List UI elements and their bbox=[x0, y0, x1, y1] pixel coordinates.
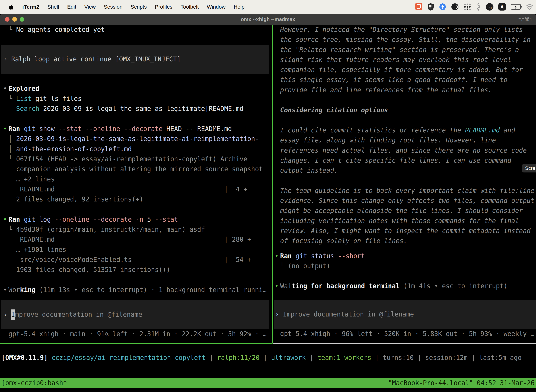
text-segment: │ bbox=[9, 135, 16, 143]
model-status-line: gpt-5.4 xhigh · main · 91% left · 2.31M … bbox=[0, 329, 273, 339]
reasoning-text: changes, I can't cite specific file line… bbox=[274, 155, 536, 165]
text-segment: log bbox=[39, 216, 55, 223]
text-segment: 1903 files changed, 513517 insertions(+) bbox=[9, 266, 170, 273]
inject-banner-box[interactable]: › Ralph loop active continue [OMX_TMUX_I… bbox=[1, 45, 269, 74]
terminal-area: └ No agents completed yet› Ralph loop ac… bbox=[0, 25, 536, 392]
spacer bbox=[274, 271, 536, 281]
dots-grid-icon[interactable] bbox=[464, 3, 471, 11]
text-segment: README.md bbox=[465, 126, 500, 134]
model-status-line: gpt-5.4 xhigh · 96% left · 520K in · 5.8… bbox=[274, 329, 536, 339]
text-segment: │ bbox=[9, 145, 16, 153]
shield-grid-icon[interactable] bbox=[427, 3, 434, 11]
reasoning-text: slight risk that future readers may over… bbox=[274, 55, 536, 65]
spacer bbox=[0, 74, 273, 84]
menu-item-session[interactable]: Session bbox=[104, 4, 123, 10]
lightning-badge-icon[interactable] bbox=[439, 3, 446, 11]
menu-item-view[interactable]: View bbox=[84, 4, 96, 10]
text-segment: team:1 workers bbox=[317, 354, 371, 361]
right-agent-pane[interactable]: However, I noticed the "Directory Struct… bbox=[274, 25, 536, 339]
text-segment: provide file and line references from th… bbox=[280, 86, 492, 94]
menu-item-scripts[interactable]: Scripts bbox=[131, 4, 147, 10]
menu-item-iterm2[interactable]: iTerm2 bbox=[22, 4, 39, 10]
text-segment: of focusing solely on file lines. bbox=[280, 237, 407, 245]
left-pane-bottom-border bbox=[0, 343, 273, 344]
text-segment: └ bbox=[9, 26, 16, 33]
menu-item-edit[interactable]: Edit bbox=[67, 4, 76, 10]
wifi-icon[interactable] bbox=[526, 4, 534, 10]
text-segment: Wai bbox=[280, 282, 292, 290]
reasoning-text: this single essay, it seems like a good … bbox=[274, 75, 536, 85]
text-segment: Wor bbox=[9, 286, 20, 294]
apple-menu-icon[interactable] bbox=[9, 4, 14, 10]
text-segment: README.md bbox=[197, 125, 232, 133]
text-segment: evidence. Since this change only affects… bbox=[280, 197, 534, 205]
badge-61-icon[interactable]: ..61 bbox=[486, 3, 493, 10]
window-title-bar: omx --xhigh --madmax ⌥⌘1 bbox=[0, 14, 536, 25]
menu-item-toolbelt[interactable]: Toolbelt bbox=[181, 4, 199, 10]
reasoning-text: provide file and line references from th… bbox=[274, 85, 536, 95]
text-segment: review. Also, I might want to inspect th… bbox=[280, 227, 531, 235]
spacer bbox=[0, 275, 273, 285]
tmux-session-label: [omx-cczip0:bash* bbox=[1, 378, 67, 388]
text-segment: I bbox=[11, 309, 15, 319]
menu-item-window[interactable]: Window bbox=[207, 4, 226, 10]
text-segment: essay file, along with finding root file… bbox=[280, 136, 496, 144]
text-segment: Considering citation options bbox=[280, 106, 388, 114]
menu-item-shell[interactable]: Shell bbox=[47, 4, 59, 10]
text-segment: └ 4b9d30f (origin/main, instructkr/main,… bbox=[9, 226, 205, 233]
bullet-icon: • bbox=[275, 281, 278, 291]
text-segment: Ralph loop active continue [OMX_TMUX_INJ… bbox=[11, 54, 181, 64]
text-segment: Explored bbox=[9, 85, 39, 92]
tmux-status-bar: [omx-cczip0:bash* "MacBook-Pro-44.local"… bbox=[0, 378, 536, 388]
explored-item: Search 2026-03-09-is-legal-the-same-as-l… bbox=[0, 104, 273, 114]
spacer bbox=[274, 175, 536, 186]
menu-item-profiles[interactable]: Profiles bbox=[155, 4, 172, 10]
text-segment: I could cite commit statistics or refere… bbox=[280, 126, 465, 134]
text-segment: [OMX#0.11.9] bbox=[1, 354, 48, 361]
reasoning-text: evidence. Since this change only affects… bbox=[274, 196, 536, 206]
text-segment: | bbox=[306, 354, 317, 361]
command-output: └ (no output) bbox=[274, 261, 536, 271]
command-output: └ 4b9d30f (origin/main, instructkr/main,… bbox=[0, 224, 273, 234]
bullet-icon: • bbox=[3, 215, 7, 224]
menu-status-icons: ..61 A bbox=[415, 3, 534, 11]
text-segment: └ bbox=[9, 95, 16, 103]
reasoning-text: of focusing solely on file lines. bbox=[274, 236, 536, 246]
prompt-input-box[interactable]: › Improve documentation in @filename bbox=[1, 300, 269, 329]
pane-divider[interactable] bbox=[273, 25, 273, 344]
spacer bbox=[0, 35, 273, 45]
text-segment: List bbox=[16, 95, 32, 103]
agents-status-line: └ No agents completed yet bbox=[0, 25, 273, 35]
window-title: omx --xhigh --madmax bbox=[0, 17, 536, 22]
menu-item-help[interactable]: Help bbox=[234, 4, 245, 10]
bullet-icon: • bbox=[3, 84, 7, 93]
crescent-circle-icon[interactable] bbox=[451, 3, 459, 10]
text-segment: └ (no output) bbox=[280, 262, 330, 270]
text-segment: Ran bbox=[9, 125, 24, 133]
text-segment: -- bbox=[186, 125, 197, 133]
text-segment: (1m 41s • esc to interrupt) bbox=[400, 282, 507, 290]
command-output: README.md | 280 + bbox=[0, 234, 273, 244]
text-segment: git bbox=[24, 216, 39, 223]
text-segment: src/voice/voiceModeEnabled.ts | 54 + bbox=[9, 256, 251, 263]
command-output: └ 067f154 (HEAD -> essay/ai-reimplementa… bbox=[0, 154, 273, 164]
text-segment: the "Related research writing" section i… bbox=[280, 46, 519, 54]
reasoning-text: the "Related research writing" section i… bbox=[274, 45, 536, 55]
prompt-input-box[interactable]: › Improve documentation in @filename bbox=[274, 300, 536, 329]
screenshot-icon[interactable] bbox=[415, 3, 422, 11]
text-segment: Ran bbox=[9, 216, 24, 223]
spacer bbox=[0, 204, 273, 214]
menu-items: iTerm2ShellEditViewSessionScriptsProfile… bbox=[22, 4, 244, 10]
squiggle-icon[interactable] bbox=[476, 3, 481, 11]
battery-icon[interactable] bbox=[511, 4, 521, 10]
letter-a-icon[interactable]: A bbox=[498, 3, 506, 10]
text-segment: › bbox=[275, 309, 283, 319]
text-segment: king bbox=[20, 286, 36, 294]
text-segment: git ls-files bbox=[31, 95, 81, 103]
text-segment: README.md | 280 + bbox=[9, 236, 251, 243]
text-segment: and-the-erosion-of-copyleft.md bbox=[16, 145, 132, 153]
text-segment: ultrawork bbox=[271, 354, 306, 361]
text-segment: and bbox=[500, 126, 515, 134]
waiting-status: •Waiting for background terminal (1m 41s… bbox=[274, 281, 536, 291]
left-agent-pane[interactable]: └ No agents completed yet› Ralph loop ac… bbox=[0, 25, 273, 339]
